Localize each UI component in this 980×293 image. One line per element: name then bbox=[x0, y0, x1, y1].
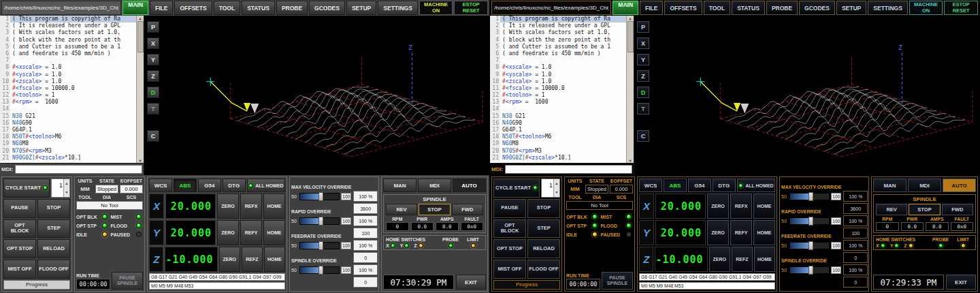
home-y-button[interactable]: HOME bbox=[263, 220, 285, 245]
spindle-override-slider[interactable]: 50100 bbox=[291, 264, 351, 275]
axis-z-button[interactable]: Z bbox=[639, 247, 653, 272]
code-line[interactable]: 8#<xscale> = 1.0 bbox=[490, 64, 626, 71]
opt-block-button[interactable]: OPT BLOCK bbox=[493, 219, 526, 238]
step-button[interactable]: STEP bbox=[527, 219, 560, 238]
code-line[interactable]: 17G64P.1 bbox=[490, 127, 626, 134]
step-button[interactable]: STEP bbox=[37, 219, 70, 238]
code-line[interactable]: 5( and Cutter is assumed to be a 1 bbox=[490, 44, 626, 50]
ref-y-button[interactable]: REFY bbox=[240, 220, 262, 245]
view-y-button[interactable]: Y bbox=[147, 54, 159, 65]
mode-man-button[interactable]: MAN bbox=[383, 179, 416, 192]
spindle-override-slider[interactable]: 50100 bbox=[781, 264, 841, 275]
menu-settings[interactable]: SETTINGS bbox=[378, 1, 418, 15]
spindle-rev-button[interactable]: REV bbox=[386, 204, 417, 215]
axis-x-button[interactable]: X bbox=[639, 194, 654, 219]
view-tool-button[interactable]: T bbox=[147, 103, 159, 114]
slider-handle[interactable] bbox=[318, 241, 323, 250]
zero-x-button[interactable]: ZERO bbox=[707, 194, 729, 219]
opt-stop-button[interactable]: OPT STOP bbox=[3, 239, 36, 258]
code-line[interactable]: 12#<toolno> = 1 bbox=[0, 92, 136, 99]
code-line[interactable]: 11#<fscale> = 10000.0 bbox=[490, 85, 626, 92]
gcode-editor[interactable]: 1( This program is copyright of Ra 2( It… bbox=[0, 16, 144, 163]
estop-reset-button[interactable]: ESTOP RESET bbox=[944, 1, 978, 15]
pause-spindle-button[interactable]: PAUSE SPINDLE bbox=[112, 272, 143, 290]
view-x-button[interactable]: X bbox=[637, 37, 649, 49]
scroll-thumb[interactable] bbox=[627, 21, 634, 52]
file-path-input[interactable] bbox=[1, 1, 121, 15]
stop-button[interactable]: STOP bbox=[527, 199, 560, 218]
code-line[interactable]: 2( It is released here under a GPL bbox=[490, 22, 626, 29]
gcode-preview[interactable]: P X Y Z D T C Z bbox=[634, 16, 979, 175]
menu-status[interactable]: STATUS bbox=[732, 1, 765, 15]
code-line[interactable]: 16N40G90 bbox=[0, 120, 136, 127]
code-line[interactable]: 4( block with the zero point at th bbox=[490, 37, 626, 44]
ref-z-button[interactable]: REFZ bbox=[242, 247, 263, 272]
exit-button[interactable]: EXIT bbox=[456, 275, 486, 290]
gcode-preview[interactable]: P X Y Z D T C Z bbox=[144, 16, 489, 175]
menu-gcodes[interactable]: GCODES bbox=[799, 1, 835, 15]
code-line[interactable]: 19N60M8 bbox=[0, 140, 136, 147]
spin-up-icon[interactable]: ▲ bbox=[65, 181, 69, 185]
code-line[interactable]: 20N70S#<rpm>M3 bbox=[490, 148, 626, 155]
slider-handle[interactable] bbox=[318, 266, 323, 275]
tab-g54[interactable]: G54 bbox=[198, 179, 221, 192]
code-line[interactable]: 18N50T#<toolno>M6 bbox=[490, 134, 626, 140]
code-line[interactable]: 14 bbox=[490, 106, 626, 112]
view-clear-button[interactable]: C bbox=[147, 130, 159, 142]
mist-off-button[interactable]: MIST OFF bbox=[3, 260, 36, 279]
scroll-down-icon[interactable]: ▼ bbox=[139, 158, 142, 163]
max-velocity-slider[interactable]: 50100 bbox=[781, 191, 841, 202]
menu-settings[interactable]: SETTINGS bbox=[868, 1, 908, 15]
ref-z-button[interactable]: REFZ bbox=[732, 247, 753, 272]
file-path-input[interactable] bbox=[491, 1, 611, 15]
code-line[interactable]: 20N70S#<rpm>M3 bbox=[0, 148, 136, 155]
pause-button[interactable]: PAUSE bbox=[3, 199, 36, 218]
all-homed-indicator[interactable]: ALL HOMED bbox=[737, 179, 775, 192]
slider-handle[interactable] bbox=[808, 192, 813, 201]
code-line[interactable]: 7 bbox=[0, 57, 136, 64]
code-line[interactable]: 5( and Cutter is assumed to be a 1 bbox=[0, 44, 136, 50]
zero-z-button[interactable]: ZERO bbox=[219, 247, 240, 272]
spindle-rev-button[interactable]: REV bbox=[876, 204, 907, 215]
mode-auto-button[interactable]: AUTO bbox=[943, 179, 976, 192]
code-line[interactable]: 10#<zscale> = 1.0 bbox=[0, 78, 136, 85]
spin-up-icon[interactable]: ▲ bbox=[555, 181, 559, 185]
code-line[interactable]: 21N90G0Z[#<zscale>*10.] bbox=[490, 155, 626, 161]
code-line[interactable]: 17G64P.1 bbox=[0, 127, 136, 134]
scroll-thumb[interactable] bbox=[137, 21, 144, 52]
view-clear-button[interactable]: C bbox=[637, 130, 649, 142]
machine-on-button[interactable]: MACHINE ON bbox=[909, 1, 943, 15]
estop-reset-button[interactable]: ESTOP RESET bbox=[454, 1, 488, 15]
code-line[interactable]: 3( With scales factors set at 1.0, bbox=[490, 29, 626, 36]
pause-button[interactable]: PAUSE bbox=[493, 199, 526, 218]
slider-handle[interactable] bbox=[808, 217, 813, 226]
slider-track[interactable] bbox=[789, 193, 830, 200]
home-x-button[interactable]: HOME bbox=[263, 194, 285, 219]
code-line[interactable]: 6( and feedrate is 450 mm/min ) bbox=[490, 50, 626, 57]
code-line[interactable]: 15N30 G21 bbox=[0, 113, 136, 120]
zero-y-button[interactable]: ZERO bbox=[217, 220, 239, 245]
mode-mdi-button[interactable]: MDI bbox=[418, 179, 451, 192]
slider-handle[interactable] bbox=[808, 266, 813, 275]
zero-z-button[interactable]: ZERO bbox=[709, 247, 730, 272]
menu-gcodes[interactable]: GCODES bbox=[309, 1, 345, 15]
zero-y-button[interactable]: ZERO bbox=[707, 220, 729, 245]
cycle-start-button[interactable]: CYCLE START bbox=[3, 179, 50, 198]
view-x-button[interactable]: X bbox=[147, 37, 159, 49]
mode-mdi-button[interactable]: MDI bbox=[908, 179, 941, 192]
view-tool-button[interactable]: T bbox=[637, 103, 649, 114]
tab-wcs[interactable]: WCS bbox=[149, 179, 172, 192]
ref-y-button[interactable]: REFY bbox=[730, 220, 752, 245]
feedrate-override-slider[interactable]: 50100 bbox=[291, 240, 351, 251]
scroll-down-icon[interactable]: ▼ bbox=[629, 158, 632, 163]
feedrate-override-slider[interactable]: 50100 bbox=[781, 240, 841, 251]
zero-x-button[interactable]: ZERO bbox=[217, 194, 239, 219]
all-homed-indicator[interactable]: ALL HOMED bbox=[247, 179, 285, 192]
axis-x-button[interactable]: X bbox=[149, 194, 164, 219]
code-line[interactable]: 7 bbox=[490, 57, 626, 64]
code-line[interactable]: 12#<toolno> = 1 bbox=[490, 92, 626, 99]
code-line[interactable]: 21N90G0Z[#<zscale>*10.] bbox=[0, 155, 136, 161]
exit-button[interactable]: EXIT bbox=[946, 275, 976, 290]
menu-file[interactable]: FILE bbox=[640, 1, 663, 15]
ref-x-button[interactable]: REFX bbox=[730, 194, 752, 219]
